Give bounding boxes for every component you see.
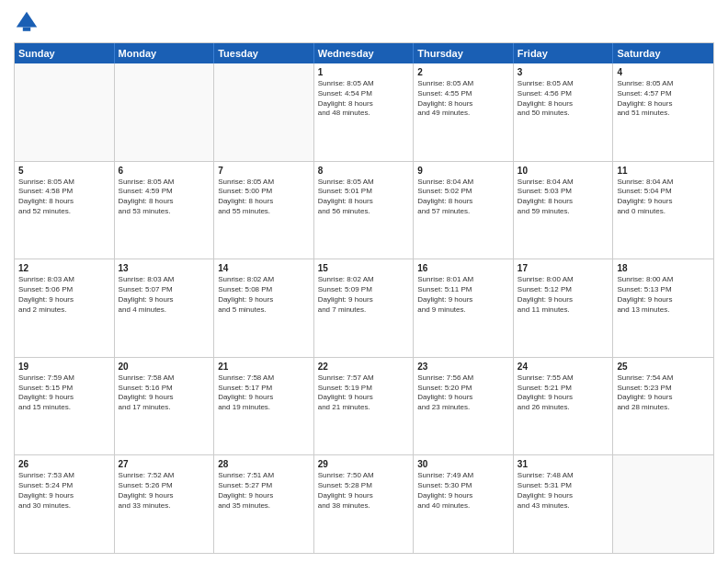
day-number: 12 (18, 262, 110, 274)
day-header-wednesday: Wednesday (314, 43, 415, 63)
day-number: 6 (119, 165, 210, 177)
day-header-monday: Monday (115, 43, 215, 63)
day-number: 27 (119, 458, 210, 470)
svg-rect-1 (23, 28, 30, 31)
day-number: 2 (417, 66, 509, 78)
cell-daylight-info: Sunrise: 8:04 AM Sunset: 5:02 PM Dayligh… (417, 178, 509, 217)
calendar-cell: 27Sunrise: 7:52 AM Sunset: 5:26 PM Dayli… (115, 455, 215, 553)
day-number: 8 (318, 165, 410, 177)
day-number: 15 (318, 262, 410, 274)
cell-daylight-info: Sunrise: 8:03 AM Sunset: 5:06 PM Dayligh… (18, 275, 110, 315)
cell-daylight-info: Sunrise: 8:05 AM Sunset: 4:56 PM Dayligh… (518, 79, 609, 119)
calendar-cell: 12Sunrise: 8:03 AM Sunset: 5:06 PM Dayli… (15, 259, 115, 357)
page: SundayMondayTuesdayWednesdayThursdayFrid… (0, 0, 728, 563)
calendar-cell: 17Sunrise: 8:00 AM Sunset: 5:12 PM Dayli… (514, 259, 614, 357)
day-number: 23 (417, 361, 509, 373)
calendar-cell: 4Sunrise: 8:05 AM Sunset: 4:57 PM Daylig… (613, 63, 713, 161)
day-number: 13 (119, 262, 210, 274)
logo-icon (14, 9, 40, 35)
day-header-saturday: Saturday (613, 43, 713, 63)
cell-daylight-info: Sunrise: 7:54 AM Sunset: 5:23 PM Dayligh… (617, 373, 710, 413)
cell-daylight-info: Sunrise: 8:04 AM Sunset: 5:04 PM Dayligh… (617, 178, 710, 217)
cell-daylight-info: Sunrise: 7:52 AM Sunset: 5:26 PM Dayligh… (119, 471, 210, 511)
calendar-cell: 6Sunrise: 8:05 AM Sunset: 4:59 PM Daylig… (115, 162, 215, 259)
day-number: 11 (617, 165, 710, 177)
calendar-cell: 26Sunrise: 7:53 AM Sunset: 5:24 PM Dayli… (15, 455, 115, 553)
cell-daylight-info: Sunrise: 7:55 AM Sunset: 5:21 PM Dayligh… (518, 373, 609, 413)
day-number: 31 (518, 458, 609, 470)
calendar-cell: 30Sunrise: 7:49 AM Sunset: 5:30 PM Dayli… (414, 455, 514, 553)
day-number: 16 (417, 262, 509, 274)
day-number: 20 (119, 361, 210, 373)
cell-daylight-info: Sunrise: 8:05 AM Sunset: 4:58 PM Dayligh… (18, 178, 110, 217)
day-number: 28 (218, 458, 310, 470)
calendar-header: SundayMondayTuesdayWednesdayThursdayFrid… (15, 43, 713, 63)
cell-daylight-info: Sunrise: 8:05 AM Sunset: 4:57 PM Dayligh… (617, 79, 710, 119)
cell-daylight-info: Sunrise: 7:56 AM Sunset: 5:20 PM Dayligh… (417, 373, 509, 413)
svg-marker-0 (17, 12, 37, 28)
cell-daylight-info: Sunrise: 7:58 AM Sunset: 5:17 PM Dayligh… (218, 373, 310, 413)
calendar-cell: 13Sunrise: 8:03 AM Sunset: 5:07 PM Dayli… (115, 259, 215, 357)
cell-daylight-info: Sunrise: 7:48 AM Sunset: 5:31 PM Dayligh… (518, 471, 609, 511)
cell-daylight-info: Sunrise: 8:04 AM Sunset: 5:03 PM Dayligh… (518, 178, 609, 217)
calendar-cell: 21Sunrise: 7:58 AM Sunset: 5:17 PM Dayli… (214, 358, 314, 455)
calendar-cell: 31Sunrise: 7:48 AM Sunset: 5:31 PM Dayli… (514, 455, 614, 553)
day-number: 7 (218, 165, 310, 177)
day-header-friday: Friday (514, 43, 614, 63)
calendar-cell: 25Sunrise: 7:54 AM Sunset: 5:23 PM Dayli… (613, 358, 713, 455)
day-number: 10 (518, 165, 609, 177)
calendar-cell: 1Sunrise: 8:05 AM Sunset: 4:54 PM Daylig… (314, 63, 415, 161)
calendar-row: 12Sunrise: 8:03 AM Sunset: 5:06 PM Dayli… (15, 259, 713, 357)
calendar-row: 26Sunrise: 7:53 AM Sunset: 5:24 PM Dayli… (15, 454, 713, 553)
day-number: 19 (18, 361, 110, 373)
calendar-cell: 22Sunrise: 7:57 AM Sunset: 5:19 PM Dayli… (314, 358, 415, 455)
calendar-row: 5Sunrise: 8:05 AM Sunset: 4:58 PM Daylig… (15, 161, 713, 259)
day-number: 22 (318, 361, 410, 373)
cell-daylight-info: Sunrise: 8:05 AM Sunset: 4:54 PM Dayligh… (318, 79, 410, 119)
day-number: 5 (18, 165, 110, 177)
calendar-cell: 15Sunrise: 8:02 AM Sunset: 5:09 PM Dayli… (314, 259, 415, 357)
calendar-cell: 28Sunrise: 7:51 AM Sunset: 5:27 PM Dayli… (214, 455, 314, 553)
calendar-cell: 3Sunrise: 8:05 AM Sunset: 4:56 PM Daylig… (514, 63, 614, 161)
cell-daylight-info: Sunrise: 7:50 AM Sunset: 5:28 PM Dayligh… (318, 471, 410, 511)
calendar-cell (214, 63, 314, 161)
day-number: 30 (417, 458, 509, 470)
day-number: 29 (318, 458, 410, 470)
calendar-cell: 10Sunrise: 8:04 AM Sunset: 5:03 PM Dayli… (514, 162, 614, 259)
cell-daylight-info: Sunrise: 8:05 AM Sunset: 5:00 PM Dayligh… (218, 178, 310, 217)
day-header-thursday: Thursday (414, 43, 514, 63)
calendar-cell: 19Sunrise: 7:59 AM Sunset: 5:15 PM Dayli… (15, 358, 115, 455)
day-number: 26 (18, 458, 110, 470)
day-number: 17 (518, 262, 609, 274)
calendar-cell: 2Sunrise: 8:05 AM Sunset: 4:55 PM Daylig… (414, 63, 514, 161)
cell-daylight-info: Sunrise: 8:02 AM Sunset: 5:09 PM Dayligh… (318, 275, 410, 315)
day-number: 14 (218, 262, 310, 274)
calendar-cell: 7Sunrise: 8:05 AM Sunset: 5:00 PM Daylig… (214, 162, 314, 259)
day-header-tuesday: Tuesday (214, 43, 314, 63)
cell-daylight-info: Sunrise: 7:58 AM Sunset: 5:16 PM Dayligh… (119, 373, 210, 413)
cell-daylight-info: Sunrise: 7:49 AM Sunset: 5:30 PM Dayligh… (417, 471, 509, 511)
calendar-body: 1Sunrise: 8:05 AM Sunset: 4:54 PM Daylig… (15, 63, 713, 553)
cell-daylight-info: Sunrise: 8:00 AM Sunset: 5:12 PM Dayligh… (518, 275, 609, 315)
header (14, 9, 714, 35)
cell-daylight-info: Sunrise: 7:57 AM Sunset: 5:19 PM Dayligh… (318, 373, 410, 413)
day-number: 4 (617, 66, 710, 78)
calendar-cell: 8Sunrise: 8:05 AM Sunset: 5:01 PM Daylig… (314, 162, 415, 259)
cell-daylight-info: Sunrise: 7:53 AM Sunset: 5:24 PM Dayligh… (18, 471, 110, 511)
calendar-cell (115, 63, 215, 161)
cell-daylight-info: Sunrise: 8:05 AM Sunset: 4:59 PM Dayligh… (119, 178, 210, 217)
day-number: 21 (218, 361, 310, 373)
cell-daylight-info: Sunrise: 8:05 AM Sunset: 5:01 PM Dayligh… (318, 178, 410, 217)
calendar-row: 19Sunrise: 7:59 AM Sunset: 5:15 PM Dayli… (15, 357, 713, 455)
calendar-cell: 20Sunrise: 7:58 AM Sunset: 5:16 PM Dayli… (115, 358, 215, 455)
calendar-cell: 9Sunrise: 8:04 AM Sunset: 5:02 PM Daylig… (414, 162, 514, 259)
calendar-cell: 14Sunrise: 8:02 AM Sunset: 5:08 PM Dayli… (214, 259, 314, 357)
cell-daylight-info: Sunrise: 8:03 AM Sunset: 5:07 PM Dayligh… (119, 275, 210, 315)
day-header-sunday: Sunday (15, 43, 115, 63)
calendar-cell: 23Sunrise: 7:56 AM Sunset: 5:20 PM Dayli… (414, 358, 514, 455)
day-number: 9 (417, 165, 509, 177)
day-number: 1 (318, 66, 410, 78)
cell-daylight-info: Sunrise: 8:05 AM Sunset: 4:55 PM Dayligh… (417, 79, 509, 119)
day-number: 24 (518, 361, 609, 373)
calendar-cell (613, 455, 713, 553)
